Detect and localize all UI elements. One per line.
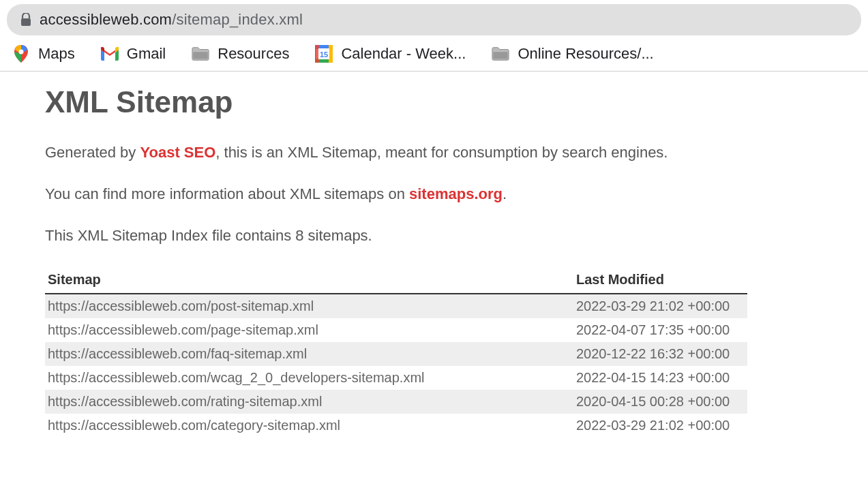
- bookmark-calendar[interactable]: 15 Calendar - Week...: [315, 45, 466, 63]
- sitemap-url[interactable]: https://accessibleweb.com/wcag_2_0_devel…: [45, 366, 573, 390]
- table-row: https://accessibleweb.com/page-sitemap.x…: [45, 318, 747, 342]
- last-modified: 2022-04-07 17:35 +00:00: [573, 318, 747, 342]
- col-sitemap: Sitemap: [45, 266, 573, 294]
- bookmark-label: Calendar - Week...: [341, 45, 466, 63]
- bookmark-label: Resources: [218, 45, 289, 63]
- sitemap-url[interactable]: https://accessibleweb.com/page-sitemap.x…: [45, 318, 573, 342]
- col-last-modified: Last Modified: [573, 266, 747, 294]
- url-domain: accessibleweb.com: [40, 11, 172, 28]
- gmail-icon: [101, 45, 119, 63]
- intro-line-2: You can find more information about XML …: [45, 184, 823, 205]
- svg-rect-0: [21, 18, 31, 26]
- svg-point-1: [19, 50, 24, 55]
- bookmark-maps[interactable]: Maps: [12, 45, 75, 63]
- address-bar[interactable]: accessibleweb.com/sitemap_index.xml: [7, 4, 861, 35]
- last-modified: 2020-04-15 00:28 +00:00: [573, 390, 747, 414]
- table-row: https://accessibleweb.com/category-sitem…: [45, 414, 747, 437]
- url-path: /sitemap_index.xml: [172, 11, 303, 28]
- sitemap-url[interactable]: https://accessibleweb.com/post-sitemap.x…: [45, 294, 573, 318]
- table-row: https://accessibleweb.com/rating-sitemap…: [45, 390, 747, 414]
- url-text: accessibleweb.com/sitemap_index.xml: [40, 11, 303, 29]
- bookmark-label: Gmail: [127, 45, 166, 63]
- intro-line-1: Generated by Yoast SEO, this is an XML S…: [45, 142, 823, 164]
- maps-icon: [12, 45, 30, 63]
- svg-rect-10: [494, 52, 508, 59]
- table-row: https://accessibleweb.com/wcag_2_0_devel…: [45, 366, 747, 390]
- folder-icon: [492, 45, 509, 63]
- calendar-icon: 15: [315, 45, 333, 63]
- last-modified: 2022-03-29 21:02 +00:00: [573, 414, 747, 437]
- sitemap-url[interactable]: https://accessibleweb.com/rating-sitemap…: [45, 390, 573, 414]
- last-modified: 2022-03-29 21:02 +00:00: [573, 294, 747, 318]
- sitemap-url[interactable]: https://accessibleweb.com/category-sitem…: [45, 414, 573, 437]
- bookmark-online-resources[interactable]: Online Resources/...: [492, 45, 653, 63]
- folder-icon: [192, 45, 209, 63]
- yoast-link[interactable]: Yoast SEO: [140, 144, 215, 161]
- table-row: https://accessibleweb.com/post-sitemap.x…: [45, 294, 747, 318]
- last-modified: 2022-04-15 14:23 +00:00: [573, 366, 747, 390]
- page-title: XML Sitemap: [45, 85, 823, 119]
- page-content: XML Sitemap Generated by Yoast SEO, this…: [0, 72, 868, 451]
- bookmark-gmail[interactable]: Gmail: [101, 45, 166, 63]
- bookmarks-bar: Maps Gmail Resources: [0, 35, 868, 72]
- bookmark-label: Maps: [38, 45, 75, 63]
- table-row: https://accessibleweb.com/faq-sitemap.xm…: [45, 342, 747, 366]
- bookmark-resources[interactable]: Resources: [192, 45, 289, 63]
- sitemap-url[interactable]: https://accessibleweb.com/faq-sitemap.xm…: [45, 342, 573, 366]
- bookmark-label: Online Resources/...: [518, 45, 653, 63]
- sitemaps-org-link[interactable]: sitemaps.org: [409, 185, 503, 202]
- lock-icon: [20, 13, 31, 27]
- count-line: This XML Sitemap Index file contains 8 s…: [45, 226, 823, 247]
- last-modified: 2020-12-22 16:32 +00:00: [573, 342, 747, 366]
- sitemap-table: Sitemap Last Modified https://accessible…: [45, 266, 747, 437]
- svg-rect-2: [194, 52, 208, 59]
- svg-text:15: 15: [320, 50, 328, 59]
